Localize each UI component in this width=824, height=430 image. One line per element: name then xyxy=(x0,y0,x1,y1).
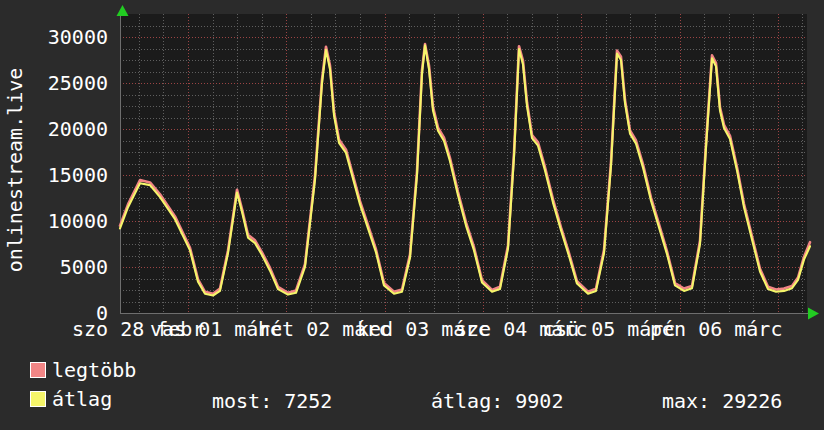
y-axis-arrow-icon xyxy=(117,5,129,16)
legend-label-atlag: átlag xyxy=(52,388,112,410)
legend-swatch-legtobb xyxy=(30,362,46,378)
y-tick-label: 30000 xyxy=(0,26,108,48)
x-tick-label: pén 06 márc xyxy=(650,318,782,340)
legend-swatch-atlag xyxy=(30,391,46,407)
stat-most: most: 7252 xyxy=(212,390,332,412)
y-tick-label: 25000 xyxy=(0,72,108,94)
stat-atlag: átlag: 9902 xyxy=(431,390,563,412)
y-tick-label: 5000 xyxy=(0,256,108,278)
rrd-graph: onlinestream.live 3000025000200001500010… xyxy=(0,0,824,430)
legend-label-legtobb: legtöbb xyxy=(52,359,136,381)
y-tick-label: 20000 xyxy=(0,118,108,140)
y-tick-label: 10000 xyxy=(0,210,108,232)
x-axis-arrow-icon xyxy=(808,308,819,320)
y-tick-label: 15000 xyxy=(0,164,108,186)
stat-max: max: 29226 xyxy=(662,390,782,412)
